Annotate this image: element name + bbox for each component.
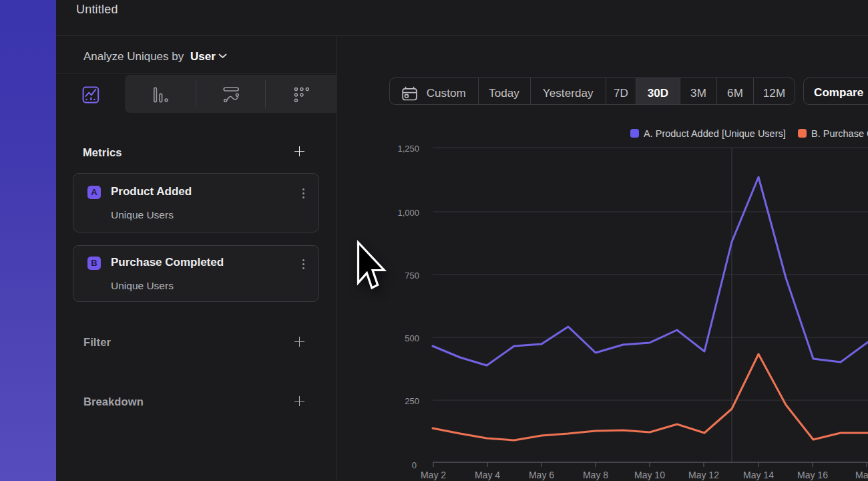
svg-text:May 8: May 8 — [583, 470, 608, 480]
svg-text:1,000: 1,000 — [397, 208, 419, 218]
svg-text:0: 0 — [412, 460, 417, 470]
svg-text:500: 500 — [405, 333, 419, 343]
svg-text:May 16: May 16 — [797, 470, 828, 480]
svg-text:750: 750 — [405, 271, 419, 281]
svg-text:250: 250 — [405, 396, 419, 406]
svg-text:May 10: May 10 — [634, 470, 665, 480]
svg-text:May 18: May 18 — [855, 470, 868, 480]
svg-text:May 2: May 2 — [421, 470, 446, 480]
svg-text:May 14: May 14 — [743, 470, 774, 480]
svg-text:1,250: 1,250 — [397, 144, 419, 154]
svg-text:May 4: May 4 — [475, 470, 500, 480]
svg-text:May 6: May 6 — [529, 470, 554, 480]
svg-text:May 12: May 12 — [688, 470, 719, 480]
